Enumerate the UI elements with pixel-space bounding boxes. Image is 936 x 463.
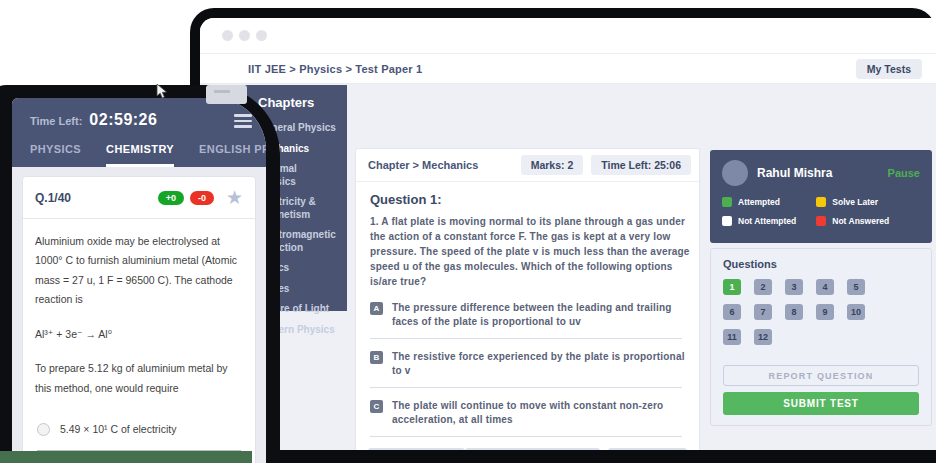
question-chip-9[interactable]: 9	[816, 304, 834, 320]
save-next-button[interactable]: Save & Next	[608, 448, 687, 450]
legend-solve-later: Solve Later	[816, 197, 920, 207]
option-divider	[370, 436, 682, 437]
window-dot-icon[interactable]	[256, 30, 267, 41]
question-body: Question 1: 1. A flat plate is moving no…	[356, 182, 699, 450]
options-list: A The pressure difference between the le…	[370, 301, 685, 450]
not-answered-swatch	[816, 216, 826, 226]
option-divider	[370, 338, 682, 339]
option-b[interactable]: B The resistive force experienced by the…	[370, 350, 685, 378]
tablet-option-1[interactable]: 5.49 × 10¹ C of electricity	[35, 413, 243, 446]
tab-english-proficiency[interactable]: ENGLISH PROFICIENCY	[199, 143, 266, 167]
tablet-question-card: Q.1/40 +0 -0 ★ Aluminium oxide may be el…	[22, 176, 256, 463]
breadcrumb[interactable]: IIT JEE > Physics > Test Paper 1	[248, 63, 422, 75]
question-number-grid: 1 2 3 4 5 6 7 8 9 10 11 12	[723, 279, 919, 345]
cathode-reaction-equation: Al³⁺ + 3e⁻ → Al⁰	[35, 325, 243, 344]
legend-not-answered-label: Not Answered	[832, 216, 889, 226]
tablet-question-header: Q.1/40 +0 -0 ★	[23, 177, 255, 219]
attempted-swatch	[722, 197, 732, 207]
legend-solve-later-label: Solve Later	[832, 197, 878, 207]
question-actions: Clear Response Solve this question later…	[368, 448, 687, 450]
legend-not-attempted-label: Not Attempted	[738, 216, 796, 226]
legend-not-attempted: Not Attempted	[722, 216, 816, 226]
legend-attempted: Attempted	[722, 197, 816, 207]
question-title: Question 1:	[370, 192, 685, 207]
option-b-text: The resistive force experienced by the p…	[392, 350, 685, 378]
time-left-badge: Time Left: 25:06	[591, 155, 691, 175]
not-attempted-swatch	[722, 216, 732, 226]
option-c-text: The plate will continue to move with con…	[392, 399, 685, 427]
user-name: Rahul Mishra	[757, 166, 888, 180]
status-legend: Attempted Solve Later Not Attempted Not …	[722, 197, 920, 226]
browser-titlebar	[200, 18, 936, 54]
screenshot-stage: IIT JEE > Physics > Test Paper 1 My Test…	[0, 0, 936, 463]
question-counter: Q.1/40	[35, 191, 152, 205]
tab-physics[interactable]: PHYSICS	[30, 143, 81, 167]
browser-window: IIT JEE > Physics > Test Paper 1 My Test…	[200, 18, 936, 450]
report-question-button[interactable]: REPORT QUESTION	[723, 365, 919, 386]
option-a-letter-badge: A	[370, 302, 383, 315]
option-a-text: The pressure difference between the lead…	[392, 301, 685, 329]
tablet-timer-value: 02:59:26	[89, 111, 157, 129]
window-dot-icon[interactable]	[222, 30, 233, 41]
option-c-letter-badge: C	[370, 400, 383, 413]
tablet-option-1-label: 5.49 × 10¹ C of electricity	[60, 423, 176, 435]
tab-chemistry[interactable]: CHEMISTRY	[106, 143, 174, 167]
question-chip-7[interactable]: 7	[754, 304, 772, 320]
tablet-time-left-label: Time Left:	[30, 115, 82, 127]
questions-panel-title: Questions	[723, 258, 919, 270]
bookmark-star-icon[interactable]: ★	[226, 188, 243, 207]
question-card: Chapter > Mechanics Marks: 2 Time Left: …	[355, 148, 700, 450]
tablet-question-paragraph: Aluminium oxide may be electrolysed at 1…	[35, 232, 243, 310]
question-chip-5[interactable]: 5	[847, 279, 865, 295]
chapter-breadcrumb: Chapter > Mechanics	[368, 159, 513, 171]
questions-panel: Questions 1 2 3 4 5 6 7 8 9 10 11 12 REP…	[710, 248, 932, 426]
question-text: 1. A flat plate is moving normal to its …	[370, 214, 692, 289]
legend-attempted-label: Attempted	[738, 197, 780, 207]
option-divider	[370, 387, 682, 388]
tablet-question-paragraph: To prepare 5.12 kg of aluminium metal by…	[35, 359, 243, 398]
question-chip-6[interactable]: 6	[723, 304, 741, 320]
option-b-letter-badge: B	[370, 351, 383, 364]
avatar	[722, 160, 748, 186]
tablet-screen: Time Left: 02:59:26 PHYSICS CHEMISTRY EN…	[12, 98, 266, 463]
option-a[interactable]: A The pressure difference between the le…	[370, 301, 685, 329]
tablet-header: Time Left: 02:59:26 PHYSICS CHEMISTRY EN…	[12, 98, 266, 167]
positive-marks-pill: +0	[158, 191, 184, 205]
question-chip-10[interactable]: 10	[847, 304, 865, 320]
option-c[interactable]: C The plate will continue to move with c…	[370, 399, 685, 427]
question-chip-2[interactable]: 2	[754, 279, 772, 295]
question-card-header: Chapter > Mechanics Marks: 2 Time Left: …	[356, 149, 699, 182]
marks-badge: Marks: 2	[521, 155, 584, 175]
question-chip-1[interactable]: 1	[723, 279, 741, 295]
radio-icon[interactable]	[37, 423, 50, 436]
menu-icon[interactable]	[234, 114, 252, 131]
question-chip-8[interactable]: 8	[785, 304, 803, 320]
question-chip-4[interactable]: 4	[816, 279, 834, 295]
solve-later-swatch	[816, 197, 826, 207]
question-chip-3[interactable]: 3	[785, 279, 803, 295]
submit-test-button[interactable]: SUBMIT TEST	[723, 392, 919, 415]
tablet-mockup: Time Left: 02:59:26 PHYSICS CHEMISTRY EN…	[0, 85, 280, 463]
solve-later-button[interactable]: Solve this question later	[465, 448, 600, 450]
tablet-question-body: Aluminium oxide may be electrolysed at 1…	[23, 219, 255, 463]
question-chip-12[interactable]: 12	[754, 329, 772, 345]
clear-response-button[interactable]: Clear Response	[368, 448, 465, 450]
question-chip-11[interactable]: 11	[723, 329, 741, 345]
user-card: Rahul Mishra Pause Attempted Solve Later…	[710, 150, 932, 243]
my-tests-button[interactable]: My Tests	[856, 59, 922, 79]
page-content: Chapters General Physics Mechanics Therm…	[200, 84, 936, 450]
subject-tabs: PHYSICS CHEMISTRY ENGLISH PROFICIENCY	[12, 143, 266, 167]
window-dot-icon[interactable]	[239, 30, 250, 41]
mouse-cursor-icon	[156, 84, 170, 100]
pause-button[interactable]: Pause	[888, 167, 920, 179]
negative-marks-pill: -0	[190, 191, 214, 205]
green-base-shape	[0, 451, 252, 463]
legend-not-answered: Not Answered	[816, 216, 920, 226]
obscured-widget	[206, 85, 247, 104]
breadcrumb-bar: IIT JEE > Physics > Test Paper 1 My Test…	[200, 54, 936, 84]
